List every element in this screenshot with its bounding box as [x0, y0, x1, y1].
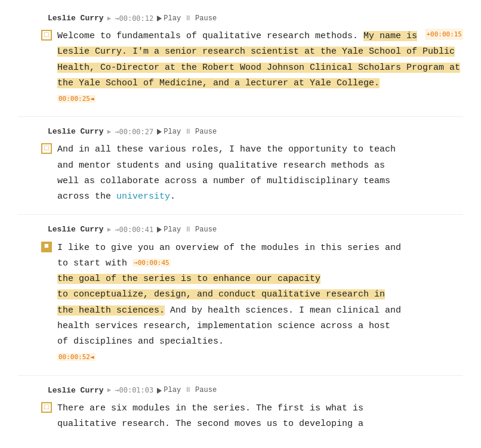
- speaker-name-1: Leslie Curry: [48, 12, 104, 25]
- play-button-1[interactable]: Play: [157, 13, 181, 24]
- note-icon-col-1: □: [36, 29, 57, 41]
- separator-3: ⏸: [184, 224, 192, 236]
- note-icon-col-4: □: [36, 401, 57, 413]
- pause-button-4[interactable]: Pause: [195, 384, 217, 396]
- speaker-arrow-2: ▶: [107, 126, 112, 138]
- pause-button-2[interactable]: Pause: [195, 126, 217, 138]
- play-icon-1: [157, 16, 162, 21]
- note-icon-3[interactable]: ■: [41, 242, 52, 252]
- timestamp-start-4[interactable]: →00:01:03: [115, 384, 153, 396]
- pause-button-1[interactable]: Pause: [195, 13, 217, 24]
- speaker-name-2: Leslie Curry: [48, 125, 104, 138]
- pause-button-3[interactable]: Pause: [195, 224, 217, 236]
- note-icon-4[interactable]: □: [41, 402, 52, 413]
- timestamp-start-3[interactable]: →00:00:41: [115, 224, 153, 236]
- segment-1: Leslie Curry ▶ →00:00:12 Play ⏸ Pause □ …: [0, 6, 481, 114]
- timestamp-end-1: 00:00:25◄: [57, 95, 95, 103]
- separator-2: ⏸: [184, 126, 192, 138]
- divider-1: [18, 116, 463, 117]
- university-link[interactable]: university: [116, 191, 170, 202]
- pause-label-2[interactable]: Pause: [195, 126, 217, 138]
- timestamp-end-3: 00:00:52◄: [57, 353, 95, 361]
- segment-2-body: □ And in all these various roles, I have…: [0, 140, 481, 205]
- segment-3-body: ■ I like to give you an overview of the …: [0, 238, 481, 366]
- play-icon-2: [157, 129, 162, 135]
- pause-label-4[interactable]: Pause: [195, 384, 217, 396]
- segment-1-body: □ +00:00:15 Welcome to fundamentals of q…: [0, 26, 481, 107]
- note-icon-col-3: ■: [36, 240, 57, 252]
- note-icon-col-2: □: [36, 142, 57, 154]
- highlight-3: the goal of the series is to enhance our…: [57, 274, 385, 316]
- divider-2: [18, 214, 463, 215]
- play-label-2[interactable]: Play: [164, 126, 181, 138]
- segment-3-header: Leslie Curry ▶ →00:00:41 Play ⏸ Pause: [0, 222, 481, 237]
- note-icon-1[interactable]: □: [41, 30, 52, 41]
- play-icon-3: [157, 227, 162, 233]
- speaker-arrow-3: ▶: [107, 224, 112, 236]
- play-label-4[interactable]: Play: [164, 384, 181, 396]
- play-button-3[interactable]: Play: [157, 224, 181, 236]
- speaker-arrow-1: ▶: [107, 13, 112, 24]
- separator-1: ⏸: [184, 13, 192, 24]
- timestamp-start-1[interactable]: →00:00:12: [115, 13, 153, 24]
- timestamp-mid-3: →00:00:45: [132, 259, 171, 267]
- separator-4: ⏸: [184, 384, 192, 396]
- segment-3: Leslie Curry ▶ →00:00:41 Play ⏸ Pause ■ …: [0, 217, 481, 372]
- play-button-4[interactable]: Play: [157, 384, 181, 396]
- segment-2: Leslie Curry ▶ →00:00:27 Play ⏸ Pause □ …: [0, 119, 481, 212]
- transcript-container: Leslie Curry ▶ →00:00:12 Play ⏸ Pause □ …: [0, 0, 481, 445]
- segment-4-body: □ There are six modules in the series. T…: [0, 398, 481, 432]
- segment-2-text: And in all these various roles, I have t…: [57, 142, 463, 205]
- segment-1-header: Leslie Curry ▶ →00:00:12 Play ⏸ Pause: [0, 11, 481, 26]
- timestamp-end-badge-1: +00:00:15: [425, 29, 463, 40]
- pause-label-3[interactable]: Pause: [195, 224, 217, 236]
- play-button-2[interactable]: Play: [157, 126, 181, 138]
- play-label-1[interactable]: Play: [164, 13, 181, 24]
- speaker-name-3: Leslie Curry: [48, 223, 104, 236]
- speaker-name-4: Leslie Curry: [48, 384, 104, 397]
- play-icon-4: [157, 388, 162, 394]
- note-icon-2[interactable]: □: [41, 143, 52, 154]
- segment-4: Leslie Curry ▶ →00:01:03 Play ⏸ Pause □ …: [0, 378, 481, 440]
- timestamp-start-2[interactable]: →00:00:27: [115, 126, 153, 138]
- segment-4-header: Leslie Curry ▶ →00:01:03 Play ⏸ Pause: [0, 383, 481, 398]
- speaker-arrow-4: ▶: [107, 385, 112, 396]
- divider-3: [18, 375, 463, 376]
- pause-label-1[interactable]: Pause: [195, 13, 217, 24]
- highlight-1: My name is Leslie Curry. I'm a senior re…: [57, 31, 460, 88]
- segment-4-text: There are six modules in the series. The…: [57, 401, 463, 432]
- play-label-3[interactable]: Play: [164, 224, 181, 236]
- segment-2-header: Leslie Curry ▶ →00:00:27 Play ⏸ Pause: [0, 124, 481, 140]
- segment-1-text: +00:00:15 Welcome to fundamentals of qua…: [57, 29, 463, 107]
- segment-3-text: I like to give you an overview of the mo…: [57, 240, 463, 366]
